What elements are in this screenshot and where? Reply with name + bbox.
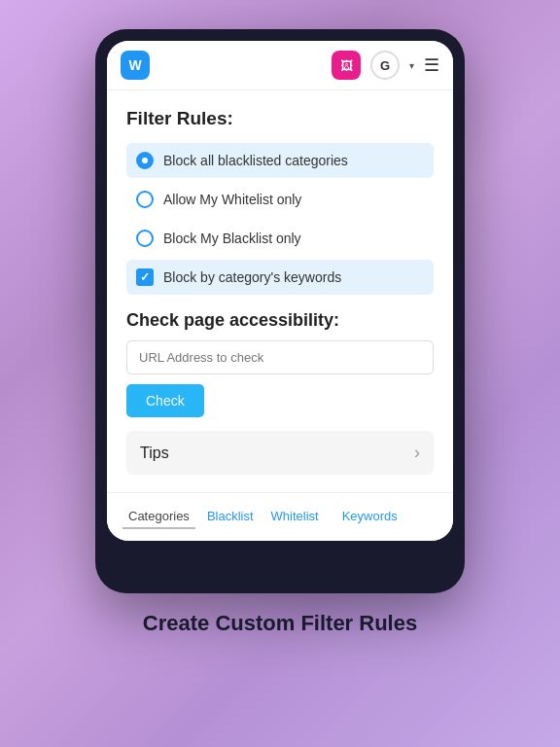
check-icon: ✓: [140, 270, 150, 284]
filter-rules-title: Filter Rules:: [126, 108, 434, 129]
top-bar-right: 🖼 G ▾ ☰: [332, 51, 439, 80]
tab-blacklist[interactable]: Blacklist: [201, 505, 260, 529]
bottom-title: Create Custom Filter Rules: [143, 611, 417, 636]
photo-icon-symbol: 🖼: [340, 58, 353, 73]
accessibility-title: Check page accessibility:: [126, 310, 434, 331]
user-initial: G: [380, 58, 390, 73]
app-icon-label: W: [128, 57, 141, 73]
chevron-down-icon[interactable]: ▾: [409, 60, 414, 71]
option-row-1[interactable]: Block all blacklisted categories: [126, 143, 434, 178]
option-row-2[interactable]: Allow My Whitelist only: [126, 182, 434, 217]
tab-whitelist[interactable]: Whitelist: [265, 505, 325, 529]
photo-icon[interactable]: 🖼: [332, 51, 361, 80]
radio-1[interactable]: [136, 152, 154, 169]
option-label-4: Block by category's keywords: [163, 269, 341, 285]
radio-3[interactable]: [136, 230, 154, 247]
top-bar: W 🖼 G ▾ ☰: [107, 41, 453, 90]
tips-label: Tips: [140, 445, 169, 462]
tab-categories[interactable]: Categories: [122, 505, 195, 529]
user-avatar[interactable]: G: [370, 51, 400, 80]
tablet-screen: W 🖼 G ▾ ☰ Filter Rules:: [107, 41, 453, 541]
option-label-2: Allow My Whitelist only: [163, 192, 301, 207]
checkbox-4[interactable]: ✓: [136, 268, 154, 286]
chevron-right-icon: ›: [414, 443, 420, 463]
hamburger-menu-icon[interactable]: ☰: [424, 54, 439, 76]
check-button[interactable]: Check: [126, 384, 204, 417]
option-label-1: Block all blacklisted categories: [163, 153, 348, 168]
tablet-device: W 🖼 G ▾ ☰ Filter Rules:: [95, 29, 465, 593]
option-label-3: Block My Blacklist only: [163, 231, 301, 246]
url-input[interactable]: [126, 340, 434, 374]
radio-2[interactable]: [136, 191, 154, 208]
tips-row[interactable]: Tips ›: [126, 431, 434, 475]
radio-inner-1: [142, 158, 148, 163]
tab-keywords[interactable]: Keywords: [336, 505, 403, 529]
option-row-3[interactable]: Block My Blacklist only: [126, 221, 434, 256]
option-row-4[interactable]: ✓ Block by category's keywords: [126, 260, 434, 295]
main-content: Filter Rules: Block all blacklisted cate…: [107, 90, 453, 492]
bottom-tabs: Categories Blacklist Whitelist Keywords: [107, 492, 453, 541]
app-icon[interactable]: W: [121, 51, 150, 80]
